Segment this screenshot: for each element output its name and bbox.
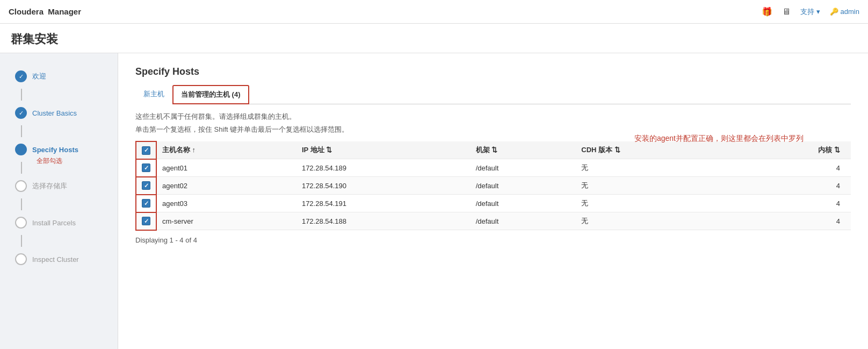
cell-ip: 172.28.54.191 [296,195,471,212]
page-title: 群集安装 [0,24,868,53]
select-all-checkbox[interactable] [142,146,150,155]
brand-manager: Manager [48,7,81,16]
row-checkbox-cell [136,212,156,230]
cell-cores: 4 [732,159,851,177]
sidebar-item-inspect-cluster[interactable]: Inspect Cluster [0,247,118,272]
row-checkbox-cell [136,177,156,195]
sidebar-item-cluster-basics[interactable]: ✓ Cluster Basics [0,101,118,125]
inspect-cluster-circle [15,253,27,265]
cell-ip: 172.28.54.190 [296,177,471,195]
specify-hosts-label: Specify Hosts [32,146,78,154]
table-row: cm-server172.28.54.188/default无4 [136,212,851,230]
row-checkbox-cell [136,195,156,212]
cell-hostname: cm-server [156,212,296,230]
brand-logo: Cloudera Manager [9,7,81,16]
cell-cores: 4 [732,212,851,230]
gift-icon[interactable]: 🎁 [762,6,772,17]
tabs: 新主机 当前管理的主机 (4) [135,85,851,104]
th-ip: IP 地址 ⇅ [296,141,471,159]
cell-cores: 4 [732,177,851,195]
row-checkbox[interactable] [142,199,150,208]
monitor-icon[interactable]: 🖥 [782,7,791,17]
th-check [136,141,156,159]
select-storage-circle [15,180,27,192]
desc-text: 这些主机不属于任何群集。请选择组成群集的主机。 [135,112,851,122]
hint-text: 单击第一个复选框，按住 Shift 键并单击最后一个复选框以选择范围。 [135,125,851,134]
install-parcels-circle [15,217,27,229]
inspect-cluster-label: Inspect Cluster [32,255,79,263]
welcome-label: 欢迎 [32,72,46,81]
th-hostname: 主机名称 ↑ [156,141,296,159]
row-checkbox[interactable] [142,217,150,225]
row-checkbox[interactable] [142,181,150,190]
select-storage-label: 选择存储库 [32,181,67,191]
install-parcels-label: Install Parcels [32,219,76,227]
th-cores: 内核 ⇅ [732,141,851,159]
cell-hostname: agent03 [156,195,296,212]
cell-ip: 172.28.54.189 [296,159,471,177]
content-area: 安装的agent并配置正确，则这里都会在列表中罗列 Specify Hosts … [118,53,868,349]
section-title: Specify Hosts [135,66,851,77]
row-checkbox[interactable] [142,163,150,172]
tab-new-host[interactable]: 新主机 [135,85,172,104]
top-navigation: Cloudera Manager 🎁 🖥 支持 ▾ 🔑 admin [0,0,868,24]
topnav-right: 🎁 🖥 支持 ▾ 🔑 admin [762,6,859,17]
sidebar-item-install-parcels[interactable]: Install Parcels [0,210,118,235]
displaying-text: Displaying 1 - 4 of 4 [135,236,851,244]
cell-rack: /default [471,159,576,177]
cell-ip: 172.28.54.188 [296,212,471,230]
cell-cores: 4 [732,195,851,212]
cell-cdh-version: 无 [576,212,732,230]
top-annotation: 安装的agent并配置正确，则这里都会在列表中罗列 [634,134,804,144]
sidebar-item-welcome[interactable]: ✓ 欢迎 [0,64,118,89]
cell-hostname: agent02 [156,177,296,195]
th-rack: 机架 ⇅ [471,141,576,159]
cell-cdh-version: 无 [576,195,732,212]
sidebar: ✓ 欢迎 ✓ Cluster Basics Specify Hosts 全部勾选… [0,53,118,349]
brand-cloudera: Cloudera [9,7,44,16]
row-checkbox-cell [136,159,156,177]
th-cdh-version: CDH 版本 ⇅ [576,141,732,159]
cell-hostname: agent01 [156,159,296,177]
sidebar-item-select-storage[interactable]: 选择存储库 [0,174,118,198]
cell-rack: /default [471,177,576,195]
main-layout: ✓ 欢迎 ✓ Cluster Basics Specify Hosts 全部勾选… [0,53,868,349]
all-select-annotation: 全部勾选 [37,156,62,166]
cell-cdh-version: 无 [576,159,732,177]
table-header-row: 主机名称 ↑ IP 地址 ⇅ 机架 ⇅ CDH 版本 ⇅ 内核 ⇅ [136,141,851,159]
sidebar-item-specify-hosts[interactable]: Specify Hosts 全部勾选 [0,137,118,162]
welcome-circle: ✓ [15,70,27,82]
cell-rack: /default [471,212,576,230]
table-row: agent02172.28.54.190/default无4 [136,177,851,195]
cluster-basics-label: Cluster Basics [32,109,77,117]
cell-rack: /default [471,195,576,212]
admin-link[interactable]: 🔑 admin [830,8,859,16]
specify-hosts-circle [15,144,27,155]
table-row: agent01172.28.54.189/default无4 [136,159,851,177]
cluster-basics-circle: ✓ [15,107,27,119]
support-link[interactable]: 支持 ▾ [800,7,820,17]
cell-cdh-version: 无 [576,177,732,195]
tab-current-hosts[interactable]: 当前管理的主机 (4) [172,85,249,104]
host-table: 主机名称 ↑ IP 地址 ⇅ 机架 ⇅ CDH 版本 ⇅ 内核 ⇅ agent0… [135,141,851,231]
table-row: agent03172.28.54.191/default无4 [136,195,851,212]
